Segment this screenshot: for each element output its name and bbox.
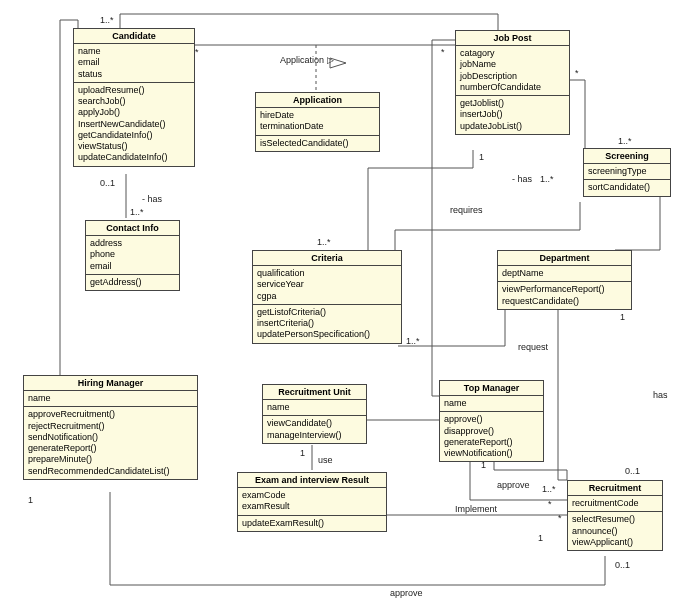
class-hiringmanager: Hiring Manager name approveRecruitment()… (23, 375, 198, 480)
mult-label: * (441, 47, 445, 57)
assoc-label-has: - has (142, 194, 162, 204)
mult-label: * (558, 513, 562, 523)
class-attrs: name (263, 400, 366, 416)
class-jobpost: Job Post catagory jobName jobDescription… (455, 30, 570, 135)
mult-label: 1 (620, 312, 625, 322)
mult-label: 1..* (100, 15, 114, 25)
mult-label: 1..* (540, 174, 554, 184)
assoc-label-application: Application ▷ (280, 55, 334, 65)
class-ops: sortCandidate() (584, 180, 670, 195)
mult-label: 1 (28, 495, 33, 505)
class-title: Top Manager (440, 381, 543, 396)
class-topmanager: Top Manager name approve() disapprove() … (439, 380, 544, 462)
class-ops: updateExamResult() (238, 516, 386, 531)
assoc-label-implement: Implement (455, 504, 497, 514)
class-title: Criteria (253, 251, 401, 266)
class-attrs: deptName (498, 266, 631, 282)
class-title: Recruitment (568, 481, 662, 496)
class-title: Job Post (456, 31, 569, 46)
assoc-label-has: - has (512, 174, 532, 184)
mult-label: 1..* (618, 136, 632, 146)
class-attrs: name email status (74, 44, 194, 83)
class-ops: isSelectedCandidate() (256, 136, 379, 151)
class-title: Screening (584, 149, 670, 164)
mult-label: 0..1 (615, 560, 630, 570)
mult-label: 1..* (317, 237, 331, 247)
mult-label: 1 (538, 533, 543, 543)
mult-label: 0..1 (625, 466, 640, 476)
class-title: Recruitment Unit (263, 385, 366, 400)
class-ops: getListofCriteria() insertCriteria() upd… (253, 305, 401, 343)
class-title: Contact Info (86, 221, 179, 236)
class-ops: selectResume() announce() viewApplicant(… (568, 512, 662, 550)
class-ops: approve() disapprove() generateReport() … (440, 412, 543, 461)
class-application: Application hireDate terminationDate isS… (255, 92, 380, 152)
mult-label: 0..1 (100, 178, 115, 188)
assoc-label-has: has (653, 390, 668, 400)
mult-label: 1..* (130, 207, 144, 217)
mult-label: 1 (479, 152, 484, 162)
class-examresult: Exam and interview Result examCode examR… (237, 472, 387, 532)
class-criteria: Criteria qualification serviceYear cgpa … (252, 250, 402, 344)
assoc-label-approve: approve (390, 588, 423, 598)
class-title: Department (498, 251, 631, 266)
mult-label: * (195, 47, 199, 57)
class-attrs: qualification serviceYear cgpa (253, 266, 401, 305)
class-title: Hiring Manager (24, 376, 197, 391)
class-recruitment: Recruitment recruitmentCode selectResume… (567, 480, 663, 551)
mult-label: 1..* (406, 336, 420, 346)
class-attrs: screeningType (584, 164, 670, 180)
mult-label: 1..* (542, 484, 556, 494)
class-ops: approveRecruitment() rejectRecruitment()… (24, 407, 197, 479)
class-attrs: recruitmentCode (568, 496, 662, 512)
class-title: Candidate (74, 29, 194, 44)
class-attrs: examCode examResult (238, 488, 386, 516)
class-recruitmentunit: Recruitment Unit name viewCandidate() ma… (262, 384, 367, 444)
class-ops: getJoblist() insertJob() updateJobList() (456, 96, 569, 134)
class-attrs: catagory jobName jobDescription numberOf… (456, 46, 569, 96)
class-attrs: name (24, 391, 197, 407)
mult-label: * (548, 499, 552, 509)
class-ops: uploadResume() searchJob() applyJob() In… (74, 83, 194, 166)
mult-label: 1 (300, 448, 305, 458)
assoc-label-approve: approve (497, 480, 530, 490)
class-candidate: Candidate name email status uploadResume… (73, 28, 195, 167)
mult-label: * (575, 68, 579, 78)
class-department: Department deptName viewPerformanceRepor… (497, 250, 632, 310)
class-ops: viewPerformanceReport() requestCandidate… (498, 282, 631, 309)
class-title: Application (256, 93, 379, 108)
class-contactinfo: Contact Info address phone email getAddr… (85, 220, 180, 291)
class-screening: Screening screeningType sortCandidate() (583, 148, 671, 197)
class-title: Exam and interview Result (238, 473, 386, 488)
assoc-label-request: request (518, 342, 548, 352)
class-ops: viewCandidate() manageInterview() (263, 416, 366, 443)
class-attrs: name (440, 396, 543, 412)
class-ops: getAddress() (86, 275, 179, 290)
assoc-label-requires: requires (450, 205, 483, 215)
class-attrs: address phone email (86, 236, 179, 275)
assoc-label-use: use (318, 455, 333, 465)
class-attrs: hireDate terminationDate (256, 108, 379, 136)
